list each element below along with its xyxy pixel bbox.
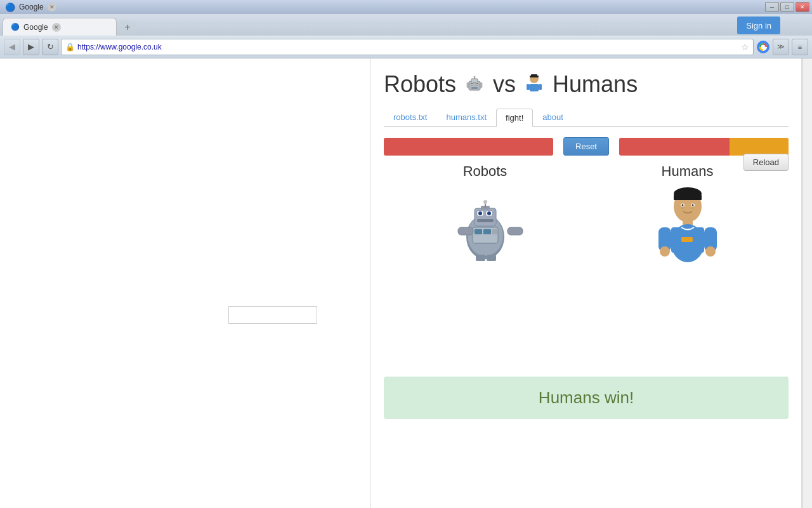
address-input[interactable]	[77, 43, 738, 51]
svg-point-54	[660, 246, 670, 257]
new-tab-button[interactable]: +	[119, 20, 136, 34]
svg-point-28	[478, 211, 482, 215]
title-bar-left: 🔵 Google ✕	[5, 3, 56, 12]
win-message: Humans win!	[539, 388, 634, 407]
tab-robots-txt[interactable]: robots.txt	[384, 108, 436, 126]
tab-bar: 🔵 Google ✕ + Sign in	[0, 14, 812, 36]
scrollbar[interactable]	[802, 58, 812, 508]
sign-in-button[interactable]: Sign in	[737, 17, 780, 34]
svg-point-2	[761, 44, 766, 49]
sign-in-area: Sign in	[737, 17, 780, 34]
title-vs: vs	[493, 71, 516, 98]
robots-health-bar	[384, 138, 553, 156]
svg-point-8	[471, 83, 473, 84]
human-fighter	[650, 186, 726, 269]
tab-fight[interactable]: fight!	[496, 109, 533, 127]
svg-point-46	[681, 204, 683, 206]
tab-close-btn[interactable]: ✕	[48, 3, 56, 11]
svg-rect-11	[471, 87, 478, 89]
svg-point-34	[483, 200, 487, 204]
svg-rect-51	[681, 237, 693, 242]
svg-rect-13	[480, 83, 482, 88]
maximize-btn[interactable]: □	[780, 2, 794, 12]
google-page	[0, 58, 370, 508]
svg-rect-41	[674, 195, 702, 200]
app-tabs: robots.txt humans.txt fight! about	[384, 108, 789, 127]
svg-rect-16	[531, 74, 537, 76]
svg-point-30	[487, 211, 491, 215]
title-humans: Humans	[553, 71, 638, 98]
humans-health-bar	[619, 138, 789, 156]
browser-content: Robots vs	[0, 58, 812, 508]
menu-btn[interactable]: ≡	[792, 39, 808, 55]
svg-rect-38	[487, 255, 496, 261]
human-header-icon	[522, 72, 546, 97]
title-robots: Robots	[384, 71, 456, 98]
window-controls: ─ □ ✕	[765, 2, 809, 12]
search-input-hint[interactable]	[228, 306, 317, 324]
title-bar: 🔵 Google ✕ ─ □ ✕	[0, 0, 812, 14]
tab-title: Google	[19, 3, 44, 11]
humans-column: Humans	[596, 163, 778, 269]
svg-point-6	[474, 76, 476, 78]
browser-window: 🔵 Google ✕ ─ □ ✕ 🔵 Google ✕ + Sign in ◀ …	[0, 0, 812, 508]
robots-column-label: Robots	[463, 163, 508, 180]
tab-humans-txt[interactable]: humans.txt	[436, 108, 496, 126]
tab-about[interactable]: about	[533, 108, 573, 126]
svg-point-55	[705, 246, 716, 257]
svg-rect-25	[492, 229, 497, 234]
humans-health-red	[619, 138, 730, 156]
humans-health-orange	[730, 138, 789, 156]
svg-rect-31	[477, 219, 494, 222]
svg-rect-24	[483, 229, 491, 234]
close-btn[interactable]: ✕	[796, 2, 809, 12]
svg-rect-12	[467, 83, 469, 88]
robots-column: Robots	[394, 163, 576, 262]
svg-rect-17	[530, 84, 539, 91]
nav-bar: ◀ ▶ ↻ 🔒 ☆ ≫ ≡	[0, 36, 812, 58]
extensions-btn[interactable]: ≫	[773, 39, 789, 55]
reset-button[interactable]: Reset	[563, 137, 609, 156]
reload-button[interactable]: ↻	[42, 39, 58, 55]
fighters-row: Robots	[384, 163, 789, 269]
win-banner: Humans win!	[384, 377, 789, 419]
nav-right: ≫ ≡	[756, 39, 808, 55]
svg-point-10	[476, 83, 478, 84]
chrome-icon	[756, 40, 770, 54]
humans-column-label: Humans	[662, 163, 714, 180]
robot-fighter	[444, 186, 527, 262]
svg-rect-37	[476, 255, 485, 261]
score-row: Reset	[384, 137, 789, 156]
robot-icon	[462, 72, 487, 97]
tab-close-icon[interactable]: ✕	[52, 23, 61, 32]
forward-button[interactable]: ▶	[23, 39, 39, 55]
svg-rect-23	[475, 229, 482, 234]
svg-rect-4	[471, 79, 478, 83]
app-panel: Robots vs	[370, 58, 802, 508]
tab-label: Google	[23, 23, 48, 32]
address-bar-container: 🔒 ☆	[61, 39, 754, 55]
svg-rect-36	[508, 227, 523, 235]
svg-rect-18	[527, 84, 530, 90]
tab-favicon: 🔵	[11, 23, 20, 31]
svg-rect-35	[458, 227, 473, 235]
browser-tab-google[interactable]: 🔵 Google ✕	[3, 18, 117, 36]
favicon: 🔵	[5, 3, 15, 12]
ssl-icon: 🔒	[65, 43, 75, 51]
back-button[interactable]: ◀	[4, 39, 20, 55]
app-title: Robots vs	[384, 71, 789, 98]
svg-rect-19	[539, 84, 542, 90]
svg-point-47	[691, 204, 693, 206]
minimize-btn[interactable]: ─	[765, 2, 779, 12]
bookmark-icon[interactable]: ☆	[741, 42, 749, 52]
reload-app-btn[interactable]: Reload	[743, 154, 789, 171]
